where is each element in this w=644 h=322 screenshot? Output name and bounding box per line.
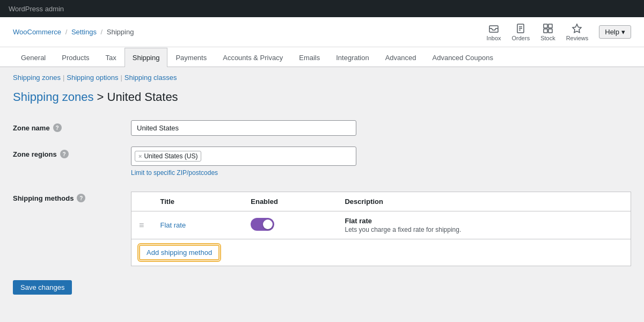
- chevron-down-icon: ▾: [621, 28, 625, 36]
- methods-table-header: Title Enabled Description: [131, 192, 631, 211]
- col-description: Description: [337, 192, 631, 211]
- zone-regions-label-cell: Zone regions ?: [13, 147, 131, 158]
- zone-regions-input[interactable]: × United States (US): [131, 147, 356, 166]
- stock-label: Stock: [540, 35, 555, 41]
- reviews-icon: [572, 23, 582, 34]
- stock-nav[interactable]: Stock: [540, 23, 555, 41]
- breadcrumb-sep2: /: [101, 28, 103, 36]
- toggle-slider: [251, 218, 274, 231]
- tab-integration[interactable]: Integration: [328, 48, 377, 67]
- settings-tabs: General Products Tax Shipping Payments A…: [0, 47, 644, 67]
- sub-nav-sep1: |: [63, 74, 64, 82]
- svg-rect-0: [489, 26, 498, 32]
- page-header: WooCommerce / Settings / Shipping Inbox …: [0, 17, 644, 47]
- tab-shipping[interactable]: Shipping: [125, 48, 168, 67]
- orders-icon: [515, 23, 526, 34]
- save-changes-button[interactable]: Save changes: [13, 280, 72, 295]
- breadcrumb-current: Shipping: [107, 28, 134, 36]
- inbox-nav[interactable]: Inbox: [487, 23, 501, 41]
- col-drag: [131, 192, 153, 211]
- breadcrumb: WooCommerce / Settings / Shipping: [13, 28, 134, 36]
- drag-handle-cell: ≡: [131, 211, 153, 239]
- breadcrumb-settings[interactable]: Settings: [71, 28, 97, 36]
- tab-products[interactable]: Products: [54, 48, 97, 67]
- svg-rect-7: [544, 29, 547, 33]
- help-button[interactable]: Help ▾: [599, 25, 631, 39]
- zone-name-label: Zone name ?: [13, 123, 131, 132]
- sub-nav-sep2: |: [120, 74, 122, 82]
- stock-icon: [543, 23, 553, 34]
- table-row: ≡ Flat rate: [131, 211, 631, 239]
- zone-name-label-cell: Zone name ?: [13, 120, 131, 132]
- method-enabled-cell: [243, 211, 337, 239]
- sub-nav-shipping-options[interactable]: Shipping options: [67, 74, 118, 82]
- add-shipping-method-button[interactable]: Add shipping method: [139, 245, 219, 260]
- tab-payments[interactable]: Payments: [167, 48, 215, 67]
- tab-emails[interactable]: Emails: [291, 48, 328, 67]
- header-icons-group: Inbox Orders Stock Reviews: [487, 23, 631, 41]
- sub-nav-shipping-classes[interactable]: Shipping classes: [125, 74, 177, 82]
- page-title: Shipping zones > United States: [13, 90, 631, 104]
- method-desc-text: Lets you charge a fixed rate for shippin…: [345, 226, 623, 233]
- svg-marker-9: [573, 24, 581, 33]
- shipping-methods-help-icon[interactable]: ?: [77, 194, 85, 202]
- zone-region-tag-remove[interactable]: ×: [138, 153, 142, 159]
- tab-general[interactable]: General: [13, 48, 54, 67]
- sub-navigation: Shipping zones | Shipping options | Ship…: [0, 67, 644, 82]
- zone-name-content: [131, 120, 631, 136]
- zone-name-row: Zone name ?: [13, 115, 631, 141]
- page-title-separator: >: [97, 90, 107, 104]
- zone-regions-label: Zone regions ?: [13, 150, 131, 158]
- svg-rect-8: [548, 29, 552, 33]
- sub-nav-shipping-zones[interactable]: Shipping zones: [13, 74, 61, 82]
- zone-regions-content: × United States (US) Limit to specific Z…: [131, 147, 631, 177]
- page-title-link[interactable]: Shipping zones: [13, 90, 93, 104]
- zone-regions-help-icon[interactable]: ?: [60, 150, 69, 158]
- zone-region-tag: × United States (US): [135, 151, 201, 162]
- svg-rect-6: [548, 24, 552, 28]
- method-title-cell: Flat rate: [153, 211, 244, 239]
- reviews-nav[interactable]: Reviews: [566, 23, 589, 41]
- drag-handle-icon[interactable]: ≡: [139, 221, 143, 230]
- main-content: Shipping zones > United States Zone name…: [0, 82, 644, 308]
- tab-tax[interactable]: Tax: [98, 48, 125, 67]
- method-description-cell: Flat rate Lets you charge a fixed rate f…: [337, 211, 631, 239]
- tab-advanced-coupons[interactable]: Advanced Coupons: [425, 48, 501, 67]
- shipping-methods-content: Title Enabled Description ≡ Flat rate: [131, 187, 631, 266]
- methods-table-wrapper: Title Enabled Description ≡ Flat rate: [131, 192, 631, 266]
- zone-name-input[interactable]: [131, 120, 356, 136]
- shipping-methods-label-cell: Shipping methods ?: [13, 187, 131, 202]
- add-method-cell: Add shipping method: [131, 239, 631, 266]
- tab-advanced[interactable]: Advanced: [377, 48, 425, 67]
- orders-label: Orders: [512, 35, 530, 41]
- method-enabled-toggle[interactable]: [251, 218, 274, 231]
- save-row: Save changes: [13, 272, 631, 295]
- shipping-methods-table: Title Enabled Description ≡ Flat rate: [131, 192, 631, 266]
- col-title: Title: [153, 192, 244, 211]
- add-method-row: Add shipping method: [131, 239, 631, 266]
- inbox-icon: [488, 23, 499, 34]
- svg-rect-5: [544, 24, 547, 28]
- method-title-link[interactable]: Flat rate: [160, 221, 186, 229]
- breadcrumb-sep1: /: [65, 28, 68, 36]
- breadcrumb-woocommerce[interactable]: WooCommerce: [13, 28, 61, 36]
- shipping-methods-label: Shipping methods ?: [13, 191, 131, 202]
- zone-regions-row: Zone regions ? × United States (US) Limi…: [13, 141, 631, 182]
- inbox-label: Inbox: [487, 35, 501, 41]
- reviews-label: Reviews: [566, 35, 589, 41]
- page-title-current: United States: [107, 90, 178, 104]
- method-desc-title: Flat rate: [345, 217, 623, 225]
- shipping-methods-row: Shipping methods ? Title Enabled Descrip…: [13, 182, 631, 272]
- col-enabled: Enabled: [243, 192, 337, 211]
- zone-name-help-icon[interactable]: ?: [53, 123, 62, 132]
- tab-accounts-privacy[interactable]: Accounts & Privacy: [215, 48, 291, 67]
- limit-zip-postcodes-link[interactable]: Limit to specific ZIP/postcodes: [131, 169, 631, 177]
- zone-region-tag-label: United States (US): [144, 152, 197, 160]
- orders-nav[interactable]: Orders: [512, 23, 530, 41]
